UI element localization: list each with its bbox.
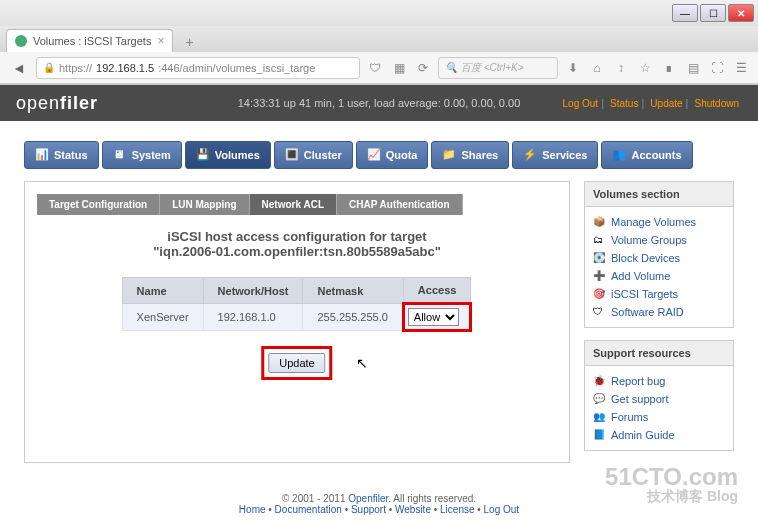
search-input[interactable]: 🔍 百度 <Ctrl+K> bbox=[438, 57, 558, 79]
sidebar-icon: 👥 bbox=[593, 411, 605, 423]
link-update[interactable]: Update bbox=[650, 98, 682, 109]
sidebar-item: 🎯iSCSI Targets bbox=[593, 285, 725, 303]
sync-icon[interactable]: ↕ bbox=[612, 59, 630, 77]
sidebar-item: 💬Get support bbox=[593, 390, 725, 408]
nav-icon: 🖥 bbox=[113, 148, 127, 162]
sub-tab-chap-authentication[interactable]: CHAP Authentication bbox=[337, 194, 463, 215]
nav-tab-shares[interactable]: 📁Shares bbox=[431, 141, 509, 169]
cell-name: XenServer bbox=[122, 304, 203, 331]
sidebar-item: 👥Forums bbox=[593, 408, 725, 426]
sidebar-item: 🗂Volume Groups bbox=[593, 231, 725, 249]
url-host: 192.168.1.5 bbox=[96, 62, 154, 74]
sidebar-link[interactable]: Software RAID bbox=[611, 306, 684, 318]
cell-access: Allow bbox=[403, 304, 471, 331]
link-shutdown[interactable]: Shutdown bbox=[695, 98, 739, 109]
sub-tab-network-acl[interactable]: Network ACL bbox=[250, 194, 337, 215]
window-maximize[interactable]: ☐ bbox=[700, 4, 726, 22]
footer-link[interactable]: Website bbox=[395, 504, 431, 515]
fullscreen-icon[interactable]: ⛶ bbox=[708, 59, 726, 77]
col-netmask: Netmask bbox=[303, 278, 403, 304]
nav-icon: 💾 bbox=[196, 148, 210, 162]
nav-icon: 📊 bbox=[35, 148, 49, 162]
nav-tab-quota[interactable]: 📈Quota bbox=[356, 141, 429, 169]
reload-icon[interactable]: ⟳ bbox=[414, 59, 432, 77]
browser-tab[interactable]: Volumes : iSCSI Targets × bbox=[6, 29, 173, 52]
nav-tab-status[interactable]: 📊Status bbox=[24, 141, 99, 169]
window-close[interactable]: ✕ bbox=[728, 4, 754, 22]
sidebar-link[interactable]: Forums bbox=[611, 411, 648, 423]
download-icon[interactable]: ⬇ bbox=[564, 59, 582, 77]
menu-icon[interactable]: ☰ bbox=[732, 59, 750, 77]
sub-tab-target-configuration[interactable]: Target Configuration bbox=[37, 194, 160, 215]
search-engine-icon: 🔍 bbox=[445, 62, 457, 73]
logo: openfiler bbox=[16, 93, 98, 114]
sidebar-link[interactable]: Get support bbox=[611, 393, 668, 405]
sub-tab-lun-mapping[interactable]: LUN Mapping bbox=[160, 194, 249, 215]
nav-tab-volumes[interactable]: 💾Volumes bbox=[185, 141, 271, 169]
star-icon[interactable]: ☆ bbox=[636, 59, 654, 77]
panel-title: iSCSI host access configuration for targ… bbox=[37, 229, 557, 259]
sidebar-icon: 💽 bbox=[593, 252, 605, 264]
url-bar[interactable]: 🔒 https://192.168.1.5:446/admin/volumes_… bbox=[36, 57, 360, 79]
sidebar-link[interactable]: Admin Guide bbox=[611, 429, 675, 441]
sidebar-icon: 📘 bbox=[593, 429, 605, 441]
footer-link[interactable]: Home bbox=[239, 504, 266, 515]
sidebar-icon: 💬 bbox=[593, 393, 605, 405]
col-name: Name bbox=[122, 278, 203, 304]
sidebar-item: 🛡Software RAID bbox=[593, 303, 725, 321]
cell-netmask: 255.255.255.0 bbox=[303, 304, 403, 331]
nav-icon: 👥 bbox=[612, 148, 626, 162]
support-section-head: Support resources bbox=[585, 341, 733, 366]
home-icon[interactable]: ⌂ bbox=[588, 59, 606, 77]
sidebar-icon: 🗂 bbox=[593, 234, 605, 246]
sidebar-link[interactable]: Block Devices bbox=[611, 252, 680, 264]
window-minimize[interactable]: — bbox=[672, 4, 698, 22]
table-row: XenServer 192.168.1.0 255.255.255.0 Allo… bbox=[122, 304, 471, 331]
sidebar-item: ➕Add Volume bbox=[593, 267, 725, 285]
nav-tab-cluster[interactable]: 🔳Cluster bbox=[274, 141, 353, 169]
search-placeholder: 百度 <Ctrl+K> bbox=[461, 61, 524, 75]
col-access: Access bbox=[403, 278, 471, 304]
sidebar-link[interactable]: Add Volume bbox=[611, 270, 670, 282]
sidebar-icon: 🛡 bbox=[593, 306, 605, 318]
sidebar-item: 🐞Report bug bbox=[593, 372, 725, 390]
uptime-status: 14:33:31 up 41 min, 1 user, load average… bbox=[238, 97, 521, 109]
footer-link[interactable]: Support bbox=[351, 504, 386, 515]
sidebar-item: 📦Manage Volumes bbox=[593, 213, 725, 231]
footer-openfiler-link[interactable]: Openfiler bbox=[348, 493, 388, 504]
grid-icon[interactable]: ▦ bbox=[390, 59, 408, 77]
url-prefix: https:// bbox=[59, 62, 92, 74]
footer-link[interactable]: License bbox=[440, 504, 474, 515]
new-tab-button[interactable]: + bbox=[179, 32, 199, 52]
tab-close-icon[interactable]: × bbox=[157, 34, 164, 48]
sidebar-link[interactable]: Volume Groups bbox=[611, 234, 687, 246]
update-button[interactable]: Update bbox=[268, 353, 325, 373]
col-network: Network/Host bbox=[203, 278, 303, 304]
access-select[interactable]: Allow bbox=[408, 308, 459, 326]
nav-tab-system[interactable]: 🖥System bbox=[102, 141, 182, 169]
tab-favicon-icon bbox=[15, 35, 27, 47]
save-icon[interactable]: ▤ bbox=[684, 59, 702, 77]
volumes-section-head: Volumes section bbox=[585, 182, 733, 207]
footer: © 2001 - 2011 Openfiler. All rights rese… bbox=[24, 493, 734, 515]
nav-tab-services[interactable]: ⚡Services bbox=[512, 141, 598, 169]
shield-icon[interactable]: 🛡 bbox=[366, 59, 384, 77]
cursor-icon: ↖ bbox=[356, 355, 368, 371]
footer-link[interactable]: Log Out bbox=[484, 504, 520, 515]
sidebar-icon: ➕ bbox=[593, 270, 605, 282]
header-links: Log Out| Status| Update| Shutdown bbox=[560, 97, 742, 109]
sidebar-icon: 🎯 bbox=[593, 288, 605, 300]
back-button[interactable]: ◄ bbox=[8, 57, 30, 79]
link-status[interactable]: Status bbox=[610, 98, 638, 109]
acl-table: Name Network/Host Netmask Access XenServ… bbox=[122, 277, 473, 332]
sidebar-link[interactable]: Manage Volumes bbox=[611, 216, 696, 228]
nav-icon: 📁 bbox=[442, 148, 456, 162]
link-logout[interactable]: Log Out bbox=[563, 98, 599, 109]
sidebar-link[interactable]: iSCSI Targets bbox=[611, 288, 678, 300]
footer-link[interactable]: Documentation bbox=[275, 504, 342, 515]
sidebar-link[interactable]: Report bug bbox=[611, 375, 665, 387]
sidebar-icon: 📦 bbox=[593, 216, 605, 228]
nav-tab-accounts[interactable]: 👥Accounts bbox=[601, 141, 692, 169]
lock-icon: 🔒 bbox=[43, 62, 55, 73]
feed-icon[interactable]: ∎ bbox=[660, 59, 678, 77]
